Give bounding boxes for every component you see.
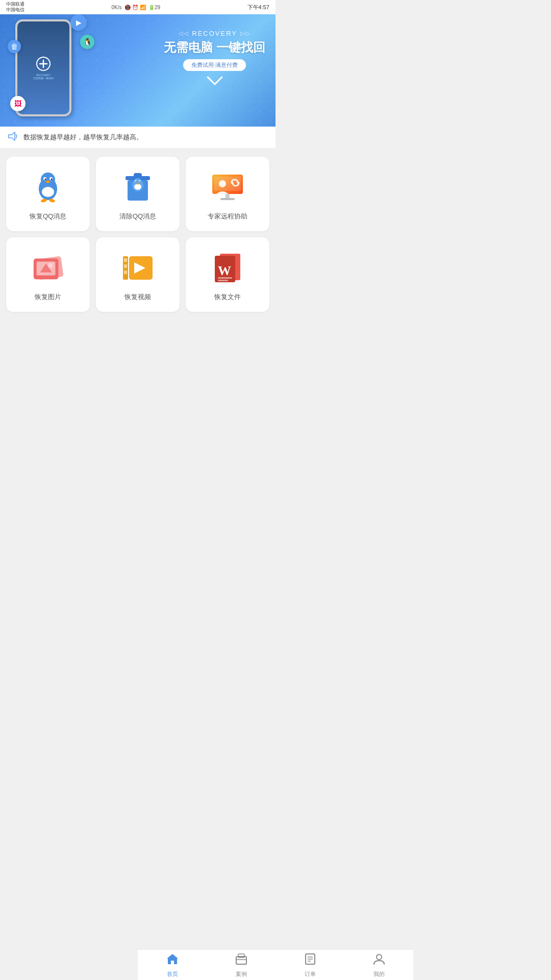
qq-trash-icon xyxy=(121,171,154,204)
svg-point-8 xyxy=(51,179,53,180)
notice-text: 数据恢复越早越好，越早恢复几率越高。 xyxy=(23,133,143,142)
grid-label-expert-remote: 专家远程协助 xyxy=(208,212,247,221)
svg-rect-44 xyxy=(218,277,232,279)
svg-rect-37 xyxy=(124,264,127,268)
feature-grid: 恢复QQ消息 xyxy=(6,157,269,312)
qq-penguin-icon xyxy=(32,171,64,204)
status-time: 下午4:57 xyxy=(247,4,269,11)
recovery-title: ◁◁ RECOVERY ▷▷ xyxy=(164,30,265,37)
grid-item-restore-file[interactable]: W 恢复文件 xyxy=(186,237,269,312)
grid-label-restore-qq: 恢复QQ消息 xyxy=(30,212,66,221)
svg-point-20 xyxy=(136,181,137,182)
banner-arrow-down xyxy=(164,75,265,89)
grid-item-restore-video[interactable]: 恢复视频 xyxy=(96,237,180,312)
video-icon xyxy=(121,252,154,284)
carrier-info: 中国联通 中国电信 xyxy=(6,2,24,13)
grid-item-expert-remote[interactable]: 专家远程协助 xyxy=(186,157,269,231)
grid-label-restore-file: 恢复文件 xyxy=(214,292,241,302)
svg-rect-28 xyxy=(226,194,230,198)
svg-point-9 xyxy=(46,181,50,183)
banner: RECOVERY无需电脑一键找回 ▶ 🐧 🗑 🖼 ◁◁ RECOVERY ▷▷ … xyxy=(0,14,276,127)
svg-marker-1 xyxy=(9,132,15,140)
svg-text:W: W xyxy=(218,263,231,278)
grid-item-restore-qq[interactable]: 恢复QQ消息 xyxy=(6,157,90,231)
status-bar: 中国联通 中国电信 0K/s 📵 ⏰ 📶 🔋29 下午4:57 xyxy=(0,0,276,14)
grid-item-restore-photo[interactable]: 恢复图片 xyxy=(6,237,90,312)
phone-mockup: RECOVERY无需电脑一键找回 ▶ 🐧 🗑 🖼 xyxy=(15,19,77,121)
svg-point-3 xyxy=(41,173,55,187)
svg-point-22 xyxy=(137,183,139,185)
status-center: 0K/s 📵 ⏰ 📶 🔋29 xyxy=(111,5,160,10)
svg-point-7 xyxy=(45,179,46,180)
svg-point-21 xyxy=(140,181,141,182)
photo-icon xyxy=(32,252,64,284)
svg-point-34 xyxy=(48,263,53,268)
float-icon-photo: 🖼 xyxy=(10,96,26,111)
grid-label-clear-qq: 清除QQ消息 xyxy=(119,212,156,221)
float-icon-trash: 🗑 xyxy=(8,40,21,53)
file-word-icon: W xyxy=(211,252,244,284)
grid-label-restore-photo: 恢复图片 xyxy=(35,292,61,302)
float-icon-play: ▶ xyxy=(70,14,87,31)
banner-text-area: ◁◁ RECOVERY ▷▷ 无需电脑 一键找回 免费试用·满意付费 xyxy=(164,30,265,89)
svg-rect-45 xyxy=(218,280,228,281)
notice-speaker-icon xyxy=(8,132,18,143)
svg-rect-14 xyxy=(134,173,142,177)
grid-label-restore-video: 恢复视频 xyxy=(124,292,151,302)
expert-remote-icon xyxy=(211,171,244,204)
svg-rect-29 xyxy=(220,198,235,200)
svg-rect-24 xyxy=(214,177,241,191)
svg-point-4 xyxy=(42,187,54,197)
svg-point-25 xyxy=(219,180,226,187)
svg-point-17 xyxy=(134,184,141,190)
grid-section: 恢复QQ消息 xyxy=(0,149,276,320)
svg-rect-36 xyxy=(124,258,127,262)
float-icon-penguin: 🐧 xyxy=(80,35,94,49)
svg-rect-38 xyxy=(124,271,127,274)
grid-item-clear-qq[interactable]: 清除QQ消息 xyxy=(96,157,180,231)
banner-sub-pill: 免费试用·满意付费 xyxy=(183,59,246,71)
banner-main-text: 无需电脑 一键找回 xyxy=(164,40,265,55)
notice-bar: 数据恢复越早越好，越早恢复几率越高。 xyxy=(0,127,276,149)
